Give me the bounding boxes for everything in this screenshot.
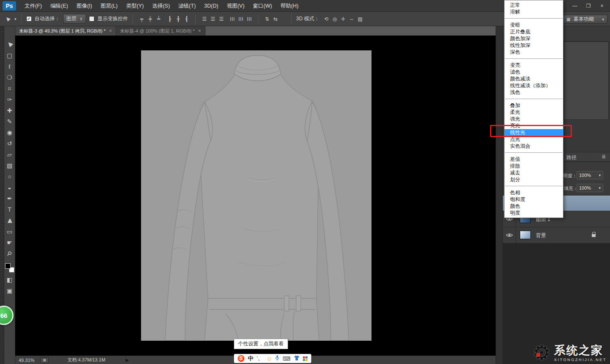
distribute-left-icon[interactable]: ☰ [228,15,236,23]
screen-mode-button[interactable]: ▣ [4,285,15,296]
blend-option-color-burn[interactable]: 颜色加深 [505,35,563,42]
distribute-vspace-icon[interactable]: ⇅ [263,15,271,23]
brush-tool[interactable]: ✎ [4,116,15,127]
distribute-right-icon[interactable]: ☰ [245,15,253,23]
blend-option-divide[interactable]: 划分 [505,176,563,183]
auto-select-checkbox[interactable]: ✓ [26,16,32,22]
clone-stamp-tool[interactable]: ◉ [4,127,15,138]
menu-filter[interactable]: 滤镜(T) [174,0,200,12]
path-selection-tool[interactable]: ▶ [4,215,15,226]
skin-shirt-icon[interactable] [294,356,299,362]
blend-option-hard-mix[interactable]: 实色混合 [505,143,563,149]
blend-option-multiply[interactable]: 正片叠底 [505,28,563,35]
blend-option-screen[interactable]: 滤色 [505,69,563,75]
blend-option-hue[interactable]: 色相 [505,189,563,196]
crop-tool[interactable]: ⌗ [4,83,15,94]
3d-slide-icon[interactable]: ⇔ [348,15,356,23]
menu-file[interactable]: 文件(F) [20,0,46,12]
blend-option-lighten[interactable]: 变亮 [505,62,563,69]
align-vcenter-icon[interactable]: ┿ [146,15,154,23]
tab-paths[interactable]: 路径 [566,154,577,161]
ime-punctuation-toggle[interactable]: ’。 [257,355,263,362]
blend-option-linear-burn[interactable]: 线性加深 [505,42,563,49]
rectangular-marquee-tool[interactable]: ▢ [4,50,15,61]
opacity-field[interactable]: 100% ▾ [577,171,603,179]
distribute-hcenter-icon[interactable]: ☰ [237,15,245,23]
3d-rotate-icon[interactable]: ⟲ [322,15,330,23]
layer-thumbnail[interactable] [520,231,531,239]
blend-option-color[interactable]: 颜色 [505,203,563,210]
hand-tool[interactable]: ☛ [4,237,15,248]
close-icon[interactable]: × [596,2,608,10]
quick-mask-button[interactable]: ◧ [4,274,15,285]
layer-name[interactable]: 背景 [536,232,546,239]
ime-toolbox-icon[interactable] [303,356,308,361]
sogou-logo-icon[interactable]: S [238,355,244,362]
dodge-tool[interactable]: ◒ [4,182,15,193]
zoom-tool[interactable]: ⚲ [4,248,15,259]
microphone-icon[interactable] [275,355,279,362]
menu-window[interactable]: 窗口(W) [249,0,276,12]
blend-option-lighter-color[interactable]: 浅色 [505,89,563,96]
fill-field[interactable]: 100% ▾ [577,184,603,192]
blend-option-soft-light[interactable]: 柔光 [505,109,563,116]
blur-tool[interactable]: ○ [4,171,15,182]
pen-tool[interactable]: ✒ [4,193,15,204]
emoji-icon[interactable]: ☺ [266,356,272,362]
auto-select-target-dropdown[interactable]: 图层 ⇕ [63,14,86,24]
blend-option-subtract[interactable]: 减去 [505,169,563,176]
blend-option-darker-color[interactable]: 深色 [505,49,563,55]
shape-tool[interactable]: ▭ [4,226,15,237]
lasso-tool[interactable]: ℓ [4,61,15,72]
menu-image[interactable]: 图像(I) [72,0,97,12]
status-options-arrow-icon[interactable]: ▶ [126,358,129,362]
close-icon[interactable]: × [198,28,201,34]
3d-drag-icon[interactable]: ✛ [339,15,347,23]
menu-layer[interactable]: 图层(L) [96,0,122,12]
blend-option-darken[interactable]: 变暗 [505,22,563,28]
3d-roll-icon[interactable]: ◎ [331,15,339,23]
menu-3d[interactable]: 3D(D) [200,0,222,12]
blend-option-color-dodge[interactable]: 颜色减淡 [505,75,563,82]
align-top-icon[interactable]: ┯ [138,15,146,23]
visibility-eye-icon[interactable] [506,233,513,239]
panel-grip-strip[interactable] [496,26,503,364]
quick-selection-tool[interactable]: ❍ [4,72,15,83]
spot-healing-brush-tool[interactable]: ✚ [4,105,15,116]
eraser-tool[interactable]: ▱ [4,149,15,160]
align-bottom-icon[interactable]: ┷ [155,15,163,23]
color-swatches[interactable] [5,263,14,273]
align-left-icon[interactable]: ┠ [166,15,174,23]
ime-language-toggle[interactable]: 中 [248,355,253,362]
layer-row-background[interactable]: 背景 [503,227,610,243]
align-right-icon[interactable]: ┨ [183,15,191,23]
eyedropper-tool[interactable]: ✑ [4,94,15,105]
type-tool[interactable]: T [4,204,15,215]
menu-edit[interactable]: 编辑(E) [46,0,72,12]
minimize-icon[interactable]: — [568,2,581,10]
menu-help[interactable]: 帮助(H) [276,0,302,12]
panel-menu-icon[interactable]: ≣ [602,154,606,160]
blend-option-difference[interactable]: 差值 [505,156,563,163]
status-display-icon[interactable]: ▦ [40,357,49,363]
menu-type[interactable]: 类型(Y) [122,0,148,12]
distribute-bottom-icon[interactable]: ☰ [217,15,225,23]
align-hcenter-icon[interactable]: ╂ [174,15,182,23]
move-tool[interactable]: ▶ [4,39,15,50]
distribute-hspace-icon[interactable]: ⇆ [272,15,280,23]
blend-option-dissolve[interactable]: 溶解 [505,8,563,15]
tool-preset-caret-icon[interactable]: ▾ [14,17,17,21]
menu-view[interactable]: 视图(V) [222,0,249,12]
3d-scale-icon[interactable]: ▤ [356,15,364,23]
blend-option-exclusion[interactable]: 排除 [505,163,563,169]
close-icon[interactable]: × [109,28,112,34]
gradient-tool[interactable]: ▧ [4,160,15,171]
distribute-vcenter-icon[interactable]: ☰ [209,15,217,23]
blend-option-hard-light[interactable]: 强光 [505,116,563,122]
distribute-top-icon[interactable]: ☰ [200,15,208,23]
show-transform-checkbox[interactable]: ✓ [89,16,94,22]
zoom-level-field[interactable]: 49.31% [19,358,34,363]
canvas-area[interactable] [15,36,496,356]
blend-option-normal[interactable]: 正常 [505,2,563,8]
document-tab-2[interactable]: 未标题-4 @ 100% (图层 1, RGB/8) * × [116,26,205,36]
